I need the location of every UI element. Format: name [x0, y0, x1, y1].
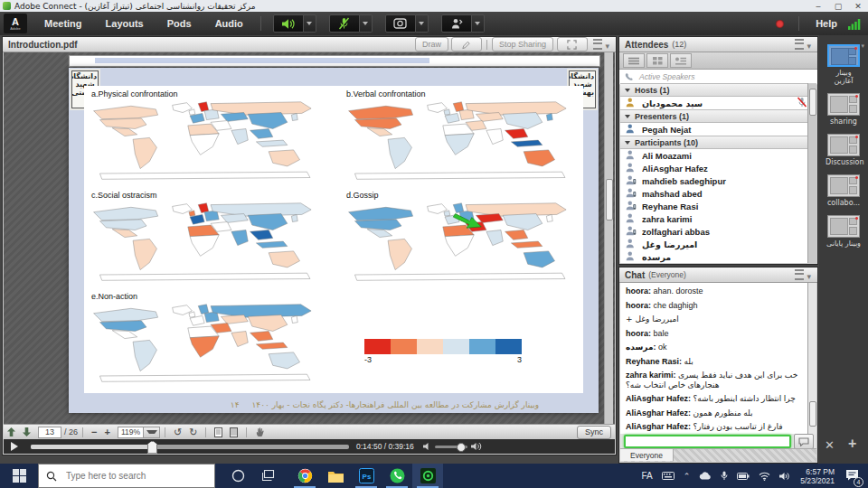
chat-message-input[interactable] — [624, 435, 791, 448]
layout-thumbnail[interactable] — [827, 215, 860, 238]
minimize-button[interactable]: – — [808, 2, 828, 11]
webcam-dropdown[interactable] — [416, 14, 429, 33]
layout-item[interactable]: collabo... — [826, 174, 862, 207]
adobe-connect-icon — [420, 468, 436, 483]
taskbar-search[interactable] — [38, 464, 215, 488]
status-view-button[interactable] — [670, 53, 692, 68]
attendee-row[interactable]: Pegah Nejat — [620, 123, 816, 136]
menu-pods[interactable]: Pods — [156, 18, 203, 29]
photoshop-icon: Ps — [359, 468, 374, 483]
play-button[interactable] — [11, 442, 18, 451]
layout-thumbnail[interactable] — [827, 134, 860, 156]
playback-progress-bar[interactable] — [31, 445, 349, 449]
layout-item[interactable]: sharing — [826, 93, 862, 126]
layouts-add-icon[interactable]: + — [848, 436, 856, 452]
fullscreen-button[interactable] — [557, 37, 588, 52]
help-menu[interactable]: Help — [816, 18, 837, 29]
fit-page-button[interactable] — [214, 427, 222, 437]
attendee-row[interactable]: مرسده — [620, 250, 816, 263]
attendee-row[interactable]: zolfaghari abbas — [620, 225, 816, 238]
language-indicator[interactable]: FA — [641, 471, 652, 481]
chat-message: مرسده: ok — [626, 343, 811, 352]
volume-slider-handle[interactable] — [457, 443, 466, 452]
menu-audio[interactable]: Audio — [203, 18, 255, 29]
keyboard-icon[interactable] — [662, 472, 675, 480]
chat-sender: AliAsghar Hafez: — [626, 394, 693, 403]
chat-send-button[interactable] — [794, 434, 814, 449]
attendee-row[interactable]: mahdieb sadeghipur — [620, 174, 816, 187]
attendee-row[interactable]: Reyhane Rasi — [620, 200, 816, 212]
attendee-group-header[interactable]: Participants (10) — [620, 136, 816, 149]
share-scrollbar[interactable] — [604, 52, 613, 425]
list-view-button[interactable] — [623, 53, 645, 68]
file-explorer-app-icon[interactable] — [320, 464, 351, 488]
zoom-in-button[interactable]: + — [104, 427, 109, 437]
attendee-row[interactable]: Ali Moazami — [620, 149, 816, 162]
cortana-button[interactable] — [222, 464, 253, 488]
status-button[interactable] — [441, 14, 472, 33]
volume-slider[interactable] — [435, 446, 467, 448]
layout-thumbnail[interactable] — [827, 93, 860, 116]
tab-everyone[interactable]: Everyone — [620, 449, 674, 461]
zoom-out-button[interactable]: − — [91, 427, 97, 437]
attendee-row[interactable]: امیررضا وغل — [620, 238, 816, 250]
pan-hand-button[interactable] — [255, 427, 265, 437]
playback-slider-handle[interactable] — [147, 441, 157, 454]
page-number-input[interactable]: 13 — [38, 427, 61, 438]
rotate-right-button[interactable]: ↻ — [189, 427, 197, 437]
microphone-muted-button[interactable] — [329, 14, 360, 33]
chat-pod-menu-icon[interactable]: ▾ — [795, 268, 812, 281]
attendee-group-header[interactable]: Presenters (1) — [620, 109, 816, 123]
status-dropdown[interactable] — [472, 14, 485, 33]
layout-item[interactable]: وبینار آغازین — [826, 44, 862, 85]
photoshop-app-icon[interactable]: Ps — [351, 464, 382, 488]
attendee-row[interactable]: AliAsghar Hafez — [620, 162, 816, 174]
maximize-button[interactable]: ▢ — [828, 2, 848, 11]
close-button[interactable]: ✕ — [848, 2, 868, 11]
wifi-icon[interactable] — [759, 472, 770, 481]
zoom-level-select[interactable]: 119% — [118, 427, 160, 438]
pen-tool-button[interactable] — [451, 37, 482, 52]
layout-thumbnail-selected[interactable] — [827, 44, 860, 67]
attendee-group-header[interactable]: Hosts (1) — [620, 83, 816, 97]
webcam-button[interactable] — [385, 14, 416, 33]
start-button[interactable] — [0, 464, 38, 488]
attendee-row[interactable]: mahshad abed — [620, 187, 816, 200]
menu-layouts[interactable]: Layouts — [94, 18, 156, 29]
attendees-pod-menu-icon[interactable]: ▾ — [795, 38, 812, 51]
adobe-logo-icon: AAdobe — [4, 14, 27, 33]
chrome-app-icon[interactable] — [289, 464, 320, 488]
stop-sharing-button[interactable]: Stop Sharing — [492, 37, 553, 52]
page-down-button[interactable] — [23, 427, 31, 436]
grid-view-button[interactable] — [646, 53, 668, 68]
microphone-dropdown[interactable] — [360, 14, 373, 33]
onedrive-cloud-icon[interactable] — [699, 472, 712, 480]
attendee-row[interactable]: سید محمودیان — [620, 97, 816, 109]
chat-scrollbar[interactable] — [807, 283, 816, 434]
attendee-row[interactable]: zahra karimi — [620, 212, 816, 225]
whatsapp-app-icon[interactable] — [382, 464, 412, 488]
speaker-button[interactable] — [273, 14, 304, 33]
battery-icon[interactable] — [737, 473, 750, 480]
draw-button[interactable]: Draw — [415, 37, 448, 52]
speaker-dropdown[interactable] — [304, 14, 316, 33]
adobe-connect-app-icon[interactable] — [412, 464, 443, 488]
menu-meeting[interactable]: Meeting — [33, 18, 94, 29]
page-up-button[interactable] — [7, 427, 15, 436]
notification-center-button[interactable]: 4 — [845, 468, 859, 484]
speaker-tray-icon[interactable] — [779, 472, 790, 481]
layout-item[interactable]: وبینار پایانی — [826, 215, 862, 248]
layout-item[interactable]: Discussion — [826, 134, 862, 166]
sync-button[interactable]: Sync — [577, 426, 611, 439]
attendees-scrollbar[interactable] — [807, 83, 816, 263]
share-pod-menu-icon[interactable]: ▾ — [593, 38, 610, 51]
microphone-tray-icon[interactable] — [721, 471, 728, 481]
layout-thumbnail[interactable] — [827, 174, 860, 197]
tray-expand-chevron-icon[interactable]: ⌃ — [684, 472, 691, 481]
search-input[interactable] — [64, 470, 203, 482]
fit-width-button[interactable] — [230, 427, 238, 437]
layouts-close-icon[interactable]: ✕ — [825, 438, 835, 452]
taskbar-clock[interactable]: 6:57 PM 5/23/2021 — [800, 467, 835, 485]
task-view-button[interactable] — [253, 464, 284, 488]
rotate-left-button[interactable]: ↺ — [174, 427, 182, 437]
